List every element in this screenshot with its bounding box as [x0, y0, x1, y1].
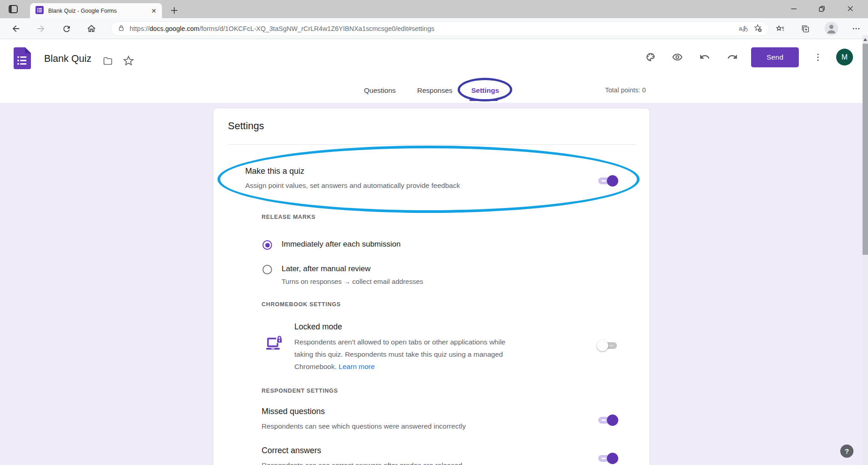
tab-close-icon[interactable]: ✕ [151, 7, 156, 15]
tab-questions[interactable]: Questions [364, 86, 396, 95]
tab-title: Blank Quiz - Google Forms [48, 8, 146, 14]
release-marks-header: RELEASE MARKS [262, 214, 316, 220]
missed-questions-toggle[interactable] [597, 414, 618, 426]
locked-mode-title: Locked mode [294, 322, 342, 332]
browser-menu-icon[interactable] [851, 23, 862, 34]
forms-logo-icon[interactable] [14, 47, 31, 71]
add-favorite-icon[interactable] [753, 23, 762, 35]
translate-icon[interactable]: aあ [739, 25, 748, 33]
forward-icon[interactable] [35, 23, 46, 34]
settings-card: Settings Make this a quiz Assign point v… [213, 108, 650, 465]
locked-mode-toggle[interactable] [597, 339, 618, 352]
tab-settings[interactable]: Settings [471, 86, 499, 95]
home-icon[interactable] [86, 23, 97, 34]
settings-heading: Settings [228, 120, 264, 132]
forms-favicon [35, 6, 44, 16]
locked-mode-laptop-icon [264, 334, 285, 356]
radio-later[interactable] [262, 265, 272, 274]
more-options-icon[interactable] [812, 52, 823, 63]
browser-tab[interactable]: Blank Quiz - Google Forms ✕ [30, 3, 162, 18]
chromebook-settings-header: CHROMEBOOK SETTINGS [262, 301, 341, 308]
selected-tab-indicator [469, 100, 498, 101]
make-quiz-toggle[interactable] [597, 175, 618, 187]
total-points-label: Total points: 0 [605, 86, 646, 94]
collections-icon[interactable] [800, 23, 811, 34]
back-icon[interactable] [10, 23, 21, 34]
refresh-icon[interactable] [61, 23, 72, 34]
learn-more-link[interactable]: Learn more [338, 363, 374, 370]
scrollbar-up-arrow[interactable] [863, 36, 868, 43]
divider [228, 144, 636, 145]
missed-questions-subtitle: Respondents can see which questions were… [262, 422, 466, 430]
move-folder-icon[interactable] [102, 56, 113, 68]
radio-immediately-label[interactable]: Immediately after each submission [282, 240, 401, 249]
missed-questions-title: Missed questions [262, 407, 325, 416]
send-button[interactable]: Send [751, 47, 799, 67]
window-minimize-button[interactable] [783, 0, 804, 17]
favorites-icon[interactable] [775, 23, 786, 34]
undo-icon[interactable] [699, 51, 710, 62]
correct-answers-toggle[interactable] [597, 452, 618, 465]
tab-layout-icon[interactable] [8, 4, 18, 16]
radio-later-label[interactable]: Later, after manual review [282, 264, 371, 273]
scrollbar-thumb[interactable] [863, 44, 868, 255]
respondent-settings-header: RESPONDENT SETTINGS [262, 388, 338, 394]
browser-titlebar: Blank Quiz - Google Forms ✕ [0, 0, 868, 18]
help-button[interactable]: ? [840, 445, 853, 458]
window-close-button[interactable] [840, 0, 861, 17]
make-quiz-subtitle: Assign point values, set answers and aut… [245, 182, 460, 190]
correct-answers-subtitle: Respondents can see correct answers afte… [262, 461, 462, 465]
locked-mode-description: Respondents aren't allowed to open tabs … [294, 336, 505, 373]
correct-answers-title: Correct answers [262, 446, 321, 455]
browser-profile-avatar[interactable] [824, 21, 838, 37]
star-icon[interactable] [122, 55, 135, 69]
theme-palette-icon[interactable] [645, 51, 656, 62]
window-restore-button[interactable] [811, 0, 832, 17]
radio-immediately[interactable] [262, 240, 272, 250]
account-avatar[interactable]: M [836, 49, 853, 66]
new-tab-button[interactable] [167, 4, 181, 17]
lock-icon [117, 24, 125, 34]
redo-icon[interactable] [727, 51, 738, 62]
preview-eye-icon[interactable] [672, 51, 683, 62]
tab-responses[interactable]: Responses [417, 86, 453, 95]
make-quiz-title: Make this a quiz [245, 167, 304, 176]
form-title[interactable]: Blank Quiz [44, 53, 91, 65]
radio-later-subtitle: Turns on responses → collect email addre… [282, 278, 423, 285]
address-bar[interactable]: https://docs.google.com/forms/d/1OKCFcL-… [111, 21, 769, 36]
url-text[interactable]: https://docs.google.com/forms/d/1OKCFcL-… [130, 25, 734, 32]
